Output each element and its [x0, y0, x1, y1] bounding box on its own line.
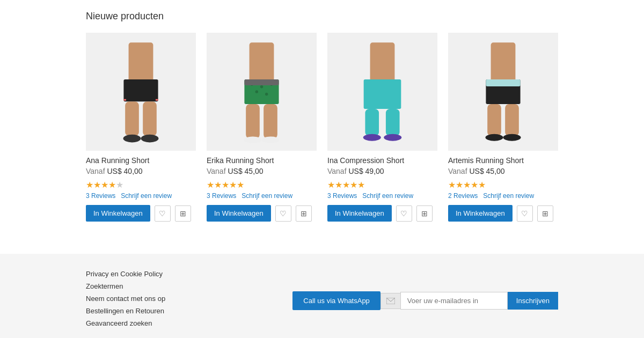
product-price-4: Vanaf US$ 45,00 [448, 167, 558, 175]
actions-row-4: In Winkelwagen ♡ ⊞ [448, 205, 558, 222]
svg-rect-1 [123, 79, 158, 101]
wishlist-button-4[interactable]: ♡ [517, 205, 533, 222]
footer-links: Privacy en Cookie PolicyZoektermenNeem c… [86, 270, 282, 332]
product-name-3: Ina Compression Short [327, 156, 437, 165]
svg-rect-17 [264, 104, 277, 138]
footer-link-2[interactable]: Zoektermen [86, 282, 282, 290]
svg-point-31 [486, 134, 503, 141]
add-to-cart-button-4[interactable]: In Winkelwagen [448, 205, 513, 222]
email-icon [380, 293, 400, 309]
product-item-4: Artemis Running Short Vanaf US$ 45,00 ★★… [448, 33, 558, 222]
footer-link-1[interactable]: Privacy en Cookie Policy [86, 270, 282, 278]
product-price-3: Vanaf US$ 49,00 [327, 167, 437, 175]
product-item-3: Ina Compression Short Vanaf US$ 49,00 ★★… [327, 33, 437, 222]
svg-rect-2 [123, 99, 126, 101]
price-value-2: US$ 45,00 [228, 167, 263, 175]
section-title: Nieuwe producten [86, 11, 558, 22]
product-item-1: Ana Running Short Vanaf US$ 40,00 ★★★★★ … [86, 33, 196, 222]
newsletter-submit-button[interactable]: Inschrijven [508, 292, 558, 310]
compare-button-1[interactable]: ⊞ [175, 205, 191, 222]
footer-link-5[interactable]: Geavanceerd zoeken [86, 319, 282, 327]
reviews-count-3[interactable]: 3 Reviews [327, 192, 357, 200]
svg-rect-22 [365, 109, 379, 136]
newsletter-wrap: Inschrijven [380, 292, 558, 310]
add-to-cart-button-2[interactable]: In Winkelwagen [207, 205, 271, 222]
product-image-3 [327, 33, 437, 151]
svg-point-6 [123, 135, 141, 143]
svg-rect-16 [246, 104, 260, 138]
add-to-cart-button-1[interactable]: In Winkelwagen [86, 205, 150, 222]
svg-rect-4 [125, 101, 139, 136]
stars-3: ★★★★★ [327, 180, 437, 190]
wishlist-button-1[interactable]: ♡ [155, 205, 171, 222]
product-image-1 [86, 33, 196, 151]
reviews-row-4: 2 Reviews Schrijf een review [448, 192, 558, 200]
add-to-cart-button-3[interactable]: In Winkelwagen [327, 205, 392, 222]
product-name-4: Artemis Running Short [448, 156, 558, 165]
main-content: Nieuwe producten Ana Running Short Vanaf… [0, 0, 644, 232]
footer-middle: Privacy en Cookie PolicyZoektermenNeem c… [86, 270, 558, 332]
price-label-3: Vanaf [327, 167, 347, 175]
price-value-3: US$ 49,00 [348, 167, 384, 175]
svg-rect-28 [486, 79, 520, 86]
product-item-2: Erika Running Short Vanaf US$ 45,00 ★★★★… [207, 33, 317, 222]
products-grid: Ana Running Short Vanaf US$ 40,00 ★★★★★ … [86, 33, 558, 222]
reviews-row-3: 3 Reviews Schrijf een review [327, 192, 437, 200]
wishlist-button-3[interactable]: ♡ [396, 205, 412, 222]
whatsapp-button[interactable]: Call us via WhatsApp [292, 291, 380, 310]
stars-1: ★★★★★ [86, 180, 196, 190]
email-input[interactable] [400, 292, 508, 310]
price-value-1: US$ 40,00 [107, 167, 142, 175]
svg-rect-23 [386, 109, 400, 136]
svg-point-7 [141, 135, 159, 143]
price-value-4: US$ 45,00 [469, 167, 504, 175]
actions-row-1: In Winkelwagen ♡ ⊞ [86, 205, 196, 222]
svg-rect-29 [487, 104, 501, 136]
actions-row-3: In Winkelwagen ♡ ⊞ [327, 205, 437, 222]
stars-4: ★★★★★ [448, 180, 558, 190]
product-image-4 [448, 33, 558, 151]
svg-point-13 [255, 90, 259, 93]
footer-link-3[interactable]: Neem contact met ons op [86, 295, 282, 303]
product-name-2: Erika Running Short [207, 156, 317, 165]
reviews-row-2: 3 Reviews Schrijf een review [207, 192, 317, 200]
svg-point-11 [260, 85, 264, 89]
write-review-1[interactable]: Schrijf een review [121, 192, 172, 200]
compare-button-2[interactable]: ⊞ [296, 205, 312, 222]
footer: Privacy en Cookie PolicyZoektermenNeem c… [0, 254, 644, 338]
price-label-4: Vanaf [448, 167, 467, 175]
svg-rect-26 [491, 42, 516, 82]
price-label-1: Vanaf [86, 167, 105, 175]
compare-button-3[interactable]: ⊞ [416, 205, 433, 222]
svg-point-25 [384, 134, 401, 141]
svg-rect-20 [370, 42, 395, 82]
write-review-3[interactable]: Schrijf een review [362, 192, 413, 200]
svg-point-32 [503, 134, 521, 141]
svg-point-19 [262, 136, 280, 143]
compare-button-4[interactable]: ⊞ [537, 205, 553, 222]
stars-2: ★★★★★ [207, 180, 317, 190]
svg-rect-15 [244, 79, 279, 85]
reviews-count-4[interactable]: 2 Reviews [448, 192, 478, 200]
product-price-1: Vanaf US$ 40,00 [86, 167, 196, 175]
reviews-row-1: 3 Reviews Schrijf een review [86, 192, 196, 200]
product-image-2 [207, 33, 317, 151]
price-label-2: Vanaf [207, 167, 226, 175]
wishlist-button-2[interactable]: ♡ [275, 205, 291, 222]
svg-point-14 [265, 93, 268, 96]
product-price-2: Vanaf US$ 45,00 [207, 167, 317, 175]
svg-rect-5 [143, 101, 157, 136]
actions-row-2: In Winkelwagen ♡ ⊞ [207, 205, 317, 222]
write-review-4[interactable]: Schrijf een review [483, 192, 534, 200]
footer-link-4[interactable]: Bestellingen en Retouren [86, 307, 282, 315]
reviews-count-2[interactable]: 3 Reviews [207, 192, 236, 200]
svg-rect-21 [364, 79, 401, 109]
svg-point-24 [363, 134, 381, 141]
svg-rect-8 [250, 42, 274, 82]
whatsapp-btn-wrap: Call us via WhatsApp [282, 291, 380, 310]
svg-rect-3 [156, 99, 158, 101]
svg-point-18 [244, 136, 262, 143]
svg-rect-0 [129, 42, 153, 82]
write-review-2[interactable]: Schrijf een review [241, 192, 292, 200]
reviews-count-1[interactable]: 3 Reviews [86, 192, 115, 200]
